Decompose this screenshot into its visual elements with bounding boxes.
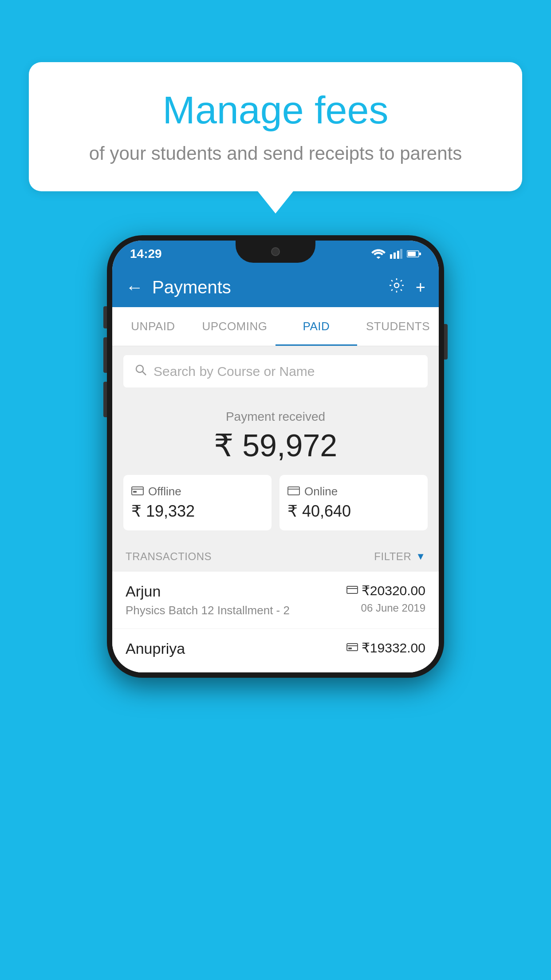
svg-point-8	[136, 365, 143, 372]
app-header: ← Payments +	[112, 267, 439, 307]
speech-bubble: Manage fees of your students and send re…	[29, 62, 522, 191]
svg-rect-6	[419, 253, 421, 255]
transaction-right: ₹19332.00	[346, 640, 425, 659]
offline-type-label: Offline	[148, 485, 181, 498]
search-input[interactable]: Search by Course or Name	[153, 364, 315, 379]
svg-rect-13	[288, 487, 299, 495]
payment-cards: Offline ₹ 19,332 Online	[123, 475, 428, 530]
transaction-name: Anupriya	[126, 640, 346, 657]
settings-icon[interactable]	[389, 277, 405, 297]
offline-amount: ₹ 19,332	[131, 502, 264, 521]
tab-students[interactable]: STUDENTS	[357, 307, 439, 346]
search-bar[interactable]: Search by Course or Name	[123, 355, 428, 387]
wifi-icon	[371, 249, 386, 259]
tab-unpaid[interactable]: UNPAID	[112, 307, 194, 346]
header-action-icons: +	[389, 277, 425, 297]
transaction-date: 06 June 2019	[346, 602, 425, 614]
phone-screen: 14:29	[112, 241, 439, 672]
search-icon	[134, 363, 147, 379]
transactions-header: TRANSACTIONS FILTER ▼	[112, 541, 439, 572]
svg-rect-2	[397, 251, 399, 259]
volume-up-button	[103, 337, 107, 373]
payment-total-amount: ₹ 59,972	[123, 427, 428, 464]
transaction-amount: ₹20320.00	[362, 583, 425, 598]
speech-bubble-section: Manage fees of your students and send re…	[29, 62, 522, 213]
offline-payment-card: Offline ₹ 19,332	[123, 475, 272, 530]
online-amount: ₹ 40,640	[287, 502, 420, 521]
tabs-container: UNPAID UPCOMING PAID STUDENTS	[112, 307, 439, 346]
payment-received-label: Payment received	[123, 410, 428, 424]
phone-mockup: 14:29	[107, 235, 444, 678]
svg-rect-1	[394, 253, 396, 259]
transaction-left: Anupriya	[126, 640, 346, 661]
svg-rect-10	[132, 487, 143, 495]
header-title: Payments	[152, 277, 389, 297]
transaction-amount-container: ₹20320.00	[346, 583, 425, 598]
add-icon[interactable]: +	[416, 278, 425, 297]
offline-icon	[131, 485, 144, 498]
volume-down-button	[103, 382, 107, 417]
online-payment-card: Online ₹ 40,640	[279, 475, 428, 530]
payment-summary: Payment received ₹ 59,972	[112, 396, 439, 541]
signal-icon	[390, 249, 402, 259]
transaction-amount-container: ₹19332.00	[346, 640, 425, 656]
transaction-row[interactable]: Arjun Physics Batch 12 Installment - 2	[112, 572, 439, 629]
bubble-subtitle: of your students and send receipts to pa…	[51, 141, 500, 167]
online-icon	[287, 485, 300, 498]
offline-card-header: Offline	[131, 485, 264, 498]
transactions-list: Arjun Physics Batch 12 Installment - 2	[112, 572, 439, 672]
transactions-label: TRANSACTIONS	[126, 550, 212, 563]
cash-payment-icon	[346, 642, 358, 654]
status-time: 14:29	[130, 247, 162, 261]
svg-point-7	[394, 283, 399, 288]
transaction-name: Arjun	[126, 583, 346, 600]
battery-icon	[407, 250, 421, 258]
speech-bubble-arrow	[258, 191, 293, 213]
filter-container[interactable]: FILTER ▼	[374, 550, 425, 563]
filter-icon[interactable]: ▼	[416, 551, 425, 562]
transaction-row[interactable]: Anupriya ₹19332.00	[112, 629, 439, 672]
filter-label: FILTER	[374, 550, 411, 563]
svg-rect-5	[408, 252, 416, 256]
transaction-left: Arjun Physics Batch 12 Installment - 2	[126, 583, 346, 617]
svg-line-9	[142, 371, 146, 375]
tab-upcoming[interactable]: UPCOMING	[194, 307, 276, 346]
transaction-amount: ₹19332.00	[362, 640, 425, 656]
phone-frame: 14:29	[107, 235, 444, 678]
online-type-label: Online	[304, 485, 338, 498]
card-payment-icon	[346, 585, 358, 597]
transaction-details: Physics Batch 12 Installment - 2	[126, 604, 346, 617]
status-icons	[371, 249, 421, 259]
transaction-right: ₹20320.00 06 June 2019	[346, 583, 425, 614]
svg-rect-17	[347, 644, 358, 651]
svg-rect-0	[390, 254, 392, 259]
power-button	[444, 324, 448, 360]
online-card-header: Online	[287, 485, 420, 498]
svg-rect-15	[347, 586, 358, 593]
tab-paid[interactable]: PAID	[276, 307, 357, 346]
bubble-title: Manage fees	[51, 89, 500, 132]
phone-notch	[236, 241, 315, 263]
mute-button	[103, 306, 107, 328]
svg-rect-3	[400, 249, 402, 259]
back-button[interactable]: ←	[126, 277, 143, 297]
svg-rect-12	[133, 491, 137, 493]
camera	[271, 247, 280, 256]
svg-rect-19	[348, 648, 352, 649]
search-section: Search by Course or Name	[112, 346, 439, 396]
